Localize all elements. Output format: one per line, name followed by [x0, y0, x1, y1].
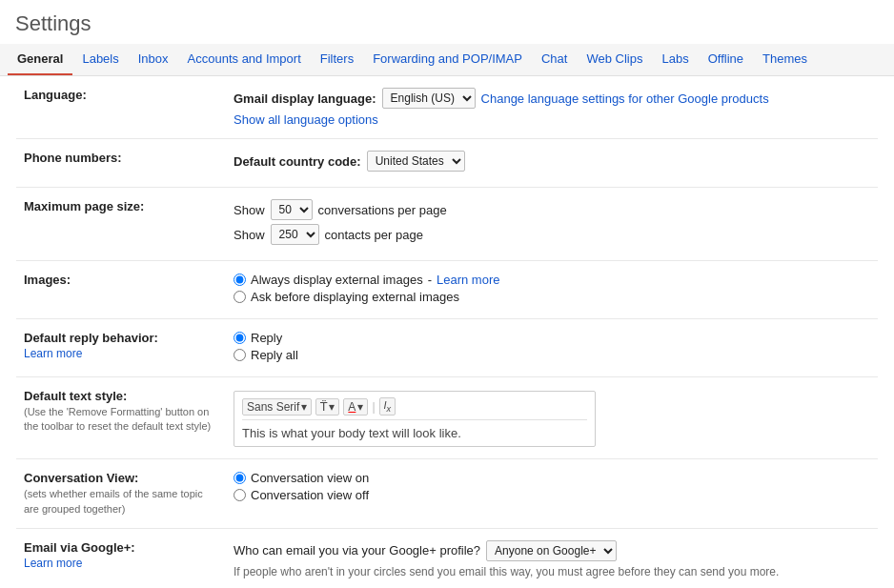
- images-label: Images:: [24, 273, 71, 287]
- tab-general[interactable]: General: [8, 44, 72, 75]
- conversation-view-row: Conversation View: (sets whether emails …: [16, 459, 878, 529]
- google-plus-learn-more[interactable]: Learn more: [24, 557, 218, 570]
- ask-display-radio[interactable]: [234, 291, 246, 303]
- font-color-btn[interactable]: A ▾: [343, 398, 368, 416]
- settings-nav: General Labels Inbox Accounts and Import…: [0, 44, 894, 76]
- conv-view-label: Conversation View:: [24, 471, 138, 485]
- display-language-label: Gmail display language:: [234, 91, 376, 106]
- contact-suffix: contacts per page: [325, 228, 423, 242]
- conv-show-label: Show: [234, 203, 265, 217]
- color-arrow: ▾: [357, 400, 363, 414]
- conv-off-label: Conversation view off: [251, 488, 369, 502]
- conv-suffix: conversations per page: [318, 203, 447, 217]
- language-value-cell: Gmail display language: English (US) Cha…: [226, 76, 878, 139]
- show-all-language-link[interactable]: Show all language options: [234, 112, 378, 127]
- conv-on-option: Conversation view on: [234, 471, 870, 485]
- remove-formatting-btn[interactable]: Ix: [379, 397, 396, 416]
- tab-inbox[interactable]: Inbox: [129, 44, 178, 75]
- reply-radio[interactable]: [234, 332, 246, 344]
- conv-view-subtext: (sets whether emails of the same topic a…: [24, 487, 214, 517]
- images-row: Images: Always display external images -…: [16, 261, 878, 319]
- reply-all-option: Reply all: [234, 348, 870, 362]
- google-plus-label-cell: Email via Google+: Learn more: [16, 528, 226, 588]
- images-label-cell: Images:: [16, 261, 226, 319]
- always-display-option: Always display external images - Learn m…: [234, 273, 870, 287]
- size-arrow: ▾: [329, 400, 335, 414]
- reply-learn-more[interactable]: Learn more: [24, 347, 218, 360]
- conv-off-radio[interactable]: [234, 489, 246, 501]
- phone-label: Phone numbers:: [24, 151, 122, 165]
- page-size-value-cell: Show 50 conversations per page Show 250 …: [226, 188, 878, 261]
- phone-row: Phone numbers: Default country code: Uni…: [16, 139, 878, 188]
- conv-off-option: Conversation view off: [234, 488, 870, 502]
- text-style-subtext: (Use the 'Remove Formatting' button on t…: [24, 405, 214, 435]
- reply-label-text: Reply: [251, 331, 282, 345]
- page-size-label: Maximum page size:: [24, 199, 144, 213]
- toolbar-divider: |: [372, 400, 375, 414]
- font-dropdown-arrow: ▾: [301, 400, 307, 414]
- reply-label-cell: Default reply behavior: Learn more: [16, 319, 226, 377]
- tab-filters[interactable]: Filters: [311, 44, 363, 75]
- tab-webclips[interactable]: Web Clips: [577, 44, 652, 75]
- page-header: Settings: [0, 0, 894, 36]
- font-color-icon: A: [348, 400, 356, 414]
- tab-labels[interactable]: Labels: [72, 44, 128, 75]
- images-value-cell: Always display external images - Learn m…: [226, 261, 878, 319]
- google-plus-select[interactable]: Anyone on Google+: [486, 540, 617, 561]
- tab-labs[interactable]: Labs: [652, 44, 698, 75]
- font-name: Sans Serif: [247, 400, 299, 414]
- conv-on-radio[interactable]: [234, 472, 246, 484]
- font-size-btn[interactable]: T̈ ▾: [315, 398, 339, 416]
- text-style-label-cell: Default text style: (Use the 'Remove For…: [16, 377, 226, 459]
- text-style-box: Sans Serif ▾ T̈ ▾ A ▾ |: [234, 391, 596, 447]
- contacts-per-page-line: Show 250 contacts per page: [234, 224, 870, 245]
- text-style-row: Default text style: (Use the 'Remove For…: [16, 377, 878, 459]
- who-label: Who can email you via your Google+ profi…: [234, 543, 480, 558]
- reply-value-cell: Reply Reply all: [226, 319, 878, 377]
- page-size-row: Maximum page size: Show 50 conversations…: [16, 188, 878, 261]
- conversations-per-page-line: Show 50 conversations per page: [234, 199, 870, 220]
- tab-offline[interactable]: Offline: [699, 44, 753, 75]
- reply-all-label-text: Reply all: [251, 348, 298, 362]
- settings-table: Language: Gmail display language: Englis…: [15, 76, 879, 588]
- ask-before-display-option: Ask before displaying external images: [234, 290, 870, 304]
- reply-all-radio[interactable]: [234, 349, 246, 361]
- conv-view-value-cell: Conversation view on Conversation view o…: [226, 459, 878, 529]
- text-style-toolbar: Sans Serif ▾ T̈ ▾ A ▾ |: [242, 397, 587, 420]
- language-select[interactable]: English (US): [382, 88, 476, 109]
- always-display-radio[interactable]: [234, 274, 246, 286]
- conv-on-label: Conversation view on: [251, 471, 369, 485]
- text-style-preview: This is what your body text will look li…: [242, 426, 587, 440]
- country-code-label: Default country code:: [234, 154, 361, 169]
- conv-view-label-cell: Conversation View: (sets whether emails …: [16, 459, 226, 529]
- ask-display-label: Ask before displaying external images: [251, 290, 459, 304]
- language-label: Language:: [24, 88, 87, 102]
- phone-value-cell: Default country code: United States: [226, 139, 878, 188]
- page-title: Settings: [15, 11, 879, 36]
- google-plus-note: If people who aren't in your circles sen…: [234, 565, 870, 578]
- remove-formatting-icon: Ix: [384, 399, 392, 414]
- conv-count-select[interactable]: 50: [271, 199, 313, 220]
- text-style-label: Default text style:: [24, 389, 127, 403]
- country-select[interactable]: United States: [367, 151, 465, 172]
- tab-forwarding[interactable]: Forwarding and POP/IMAP: [363, 44, 532, 75]
- font-size-icon: T̈: [320, 400, 327, 414]
- reply-label: Default reply behavior:: [24, 331, 158, 345]
- phone-label-cell: Phone numbers:: [16, 139, 226, 188]
- show-all-languages: Show all language options: [234, 112, 870, 127]
- google-plus-who-line: Who can email you via your Google+ profi…: [234, 540, 870, 561]
- settings-content: Language: Gmail display language: Englis…: [0, 76, 894, 588]
- language-label-cell: Language:: [16, 76, 226, 139]
- page-size-label-cell: Maximum page size:: [16, 188, 226, 261]
- tab-chat[interactable]: Chat: [532, 44, 577, 75]
- images-separator: -: [428, 273, 432, 287]
- reply-behavior-row: Default reply behavior: Learn more Reply…: [16, 319, 878, 377]
- text-style-value-cell: Sans Serif ▾ T̈ ▾ A ▾ |: [226, 377, 878, 459]
- phone-row-line: Default country code: United States: [234, 151, 870, 172]
- tab-accounts[interactable]: Accounts and Import: [178, 44, 311, 75]
- change-language-link[interactable]: Change language settings for other Googl…: [481, 91, 769, 106]
- contact-count-select[interactable]: 250: [271, 224, 319, 245]
- font-select-btn[interactable]: Sans Serif ▾: [242, 398, 312, 416]
- images-learn-more[interactable]: Learn more: [437, 273, 499, 287]
- tab-themes[interactable]: Themes: [753, 44, 817, 75]
